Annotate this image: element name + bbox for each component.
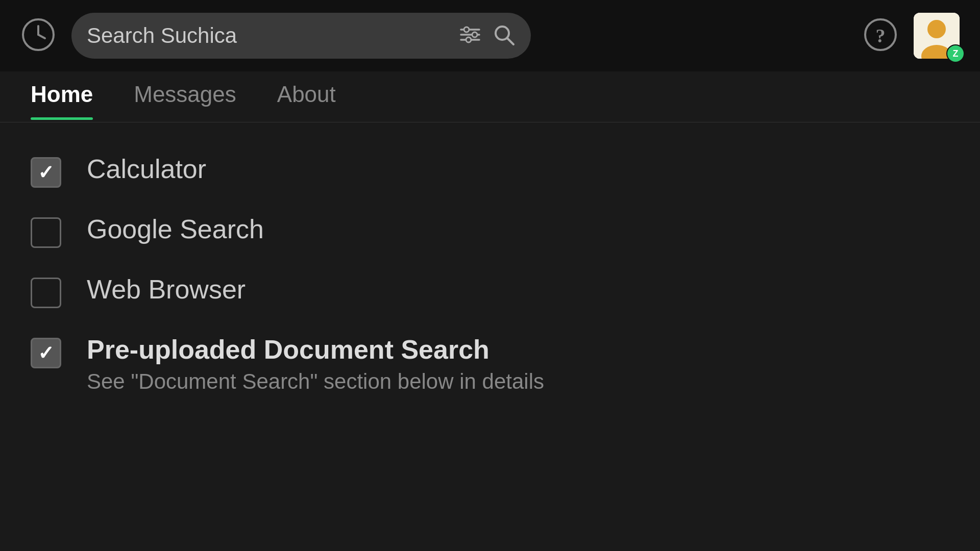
history-button[interactable] bbox=[20, 17, 56, 55]
search-icon[interactable] bbox=[492, 23, 516, 48]
list-item: Pre-uploaded Document Search See "Docume… bbox=[31, 334, 949, 394]
svg-point-7 bbox=[472, 32, 477, 37]
google-search-checkbox[interactable] bbox=[31, 217, 61, 248]
document-search-checkbox[interactable] bbox=[31, 338, 61, 368]
avatar-status-badge: Z bbox=[946, 44, 965, 63]
google-search-label: Google Search bbox=[87, 213, 264, 245]
tab-messages[interactable]: Messages bbox=[134, 82, 236, 112]
tab-home[interactable]: Home bbox=[31, 82, 93, 112]
svg-point-6 bbox=[464, 27, 469, 32]
nav-tabs: Home Messages About bbox=[0, 71, 980, 122]
main-content: Calculator Google Search Web Browser Pre… bbox=[0, 122, 980, 424]
svg-point-8 bbox=[466, 37, 471, 42]
filter-icon[interactable] bbox=[458, 23, 482, 48]
svg-line-10 bbox=[507, 38, 513, 44]
svg-point-14 bbox=[927, 20, 946, 38]
tab-about[interactable]: About bbox=[277, 82, 336, 112]
header: ? Z bbox=[0, 0, 980, 71]
search-input[interactable] bbox=[87, 23, 448, 48]
document-search-sublabel: See "Document Search" section below in d… bbox=[87, 369, 544, 394]
help-icon[interactable]: ? bbox=[863, 17, 898, 55]
list-item: Calculator bbox=[31, 153, 949, 188]
header-right: ? Z bbox=[863, 13, 960, 59]
document-search-label: Pre-uploaded Document Search bbox=[87, 334, 544, 365]
web-browser-checkbox[interactable] bbox=[31, 278, 61, 308]
web-browser-label: Web Browser bbox=[87, 273, 246, 305]
search-bar bbox=[71, 13, 531, 59]
svg-line-2 bbox=[38, 35, 45, 38]
list-item: Google Search bbox=[31, 213, 949, 248]
calculator-label: Calculator bbox=[87, 153, 206, 185]
avatar[interactable]: Z bbox=[914, 13, 960, 59]
svg-text:?: ? bbox=[876, 25, 886, 46]
list-item: Web Browser bbox=[31, 273, 949, 308]
calculator-checkbox[interactable] bbox=[31, 157, 61, 188]
